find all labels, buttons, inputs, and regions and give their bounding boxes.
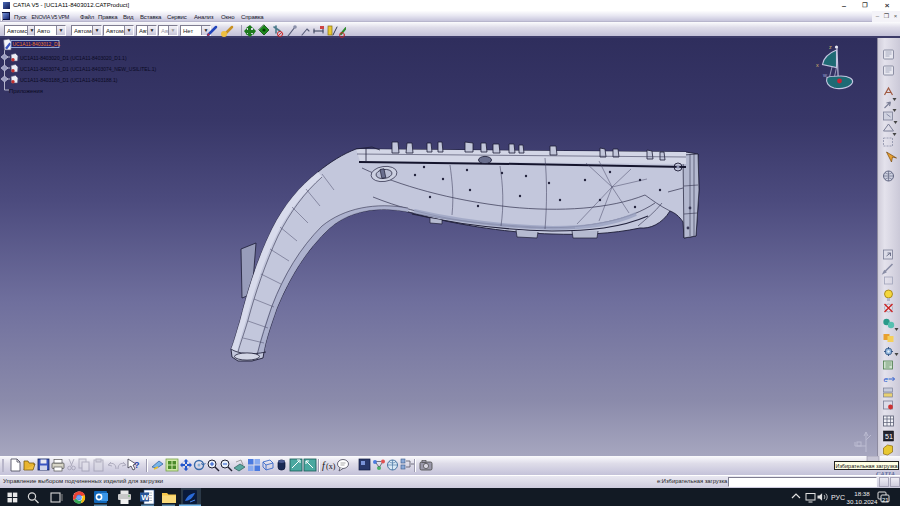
- svg-text:?: ?: [134, 460, 140, 470]
- svg-text:51: 51: [885, 433, 893, 440]
- svg-text:e: e: [884, 375, 889, 384]
- svg-text:W: W: [141, 493, 149, 502]
- svg-text:18:38: 18:38: [854, 490, 870, 497]
- svg-text:UC1A11-8403188_D1 (UC1A11-8403: UC1A11-8403188_D1 (UC1A11-8403188.1): [20, 77, 118, 83]
- svg-text:РУС: РУС: [831, 494, 845, 501]
- svg-text:Приложения: Приложения: [9, 88, 43, 94]
- svg-text:x: x: [816, 62, 819, 68]
- svg-text:21: 21: [882, 497, 889, 503]
- svg-text:(x): (x): [326, 462, 336, 471]
- svg-text:w: w: [822, 72, 827, 78]
- svg-text:UC1A11-8403020_D1 (UC1A11-8403: UC1A11-8403020_D1 (UC1A11-8403020_D1.1): [20, 55, 127, 61]
- svg-text:30.10.2024: 30.10.2024: [847, 498, 879, 505]
- svg-text:UC1A11-8403012_D1: UC1A11-8403012_D1: [13, 42, 61, 47]
- svg-text:z: z: [829, 44, 832, 50]
- svg-text:UC1A11-8403074_D1 (UC1A11-8403: UC1A11-8403074_D1 (UC1A11-8403074_NEW_US…: [20, 66, 157, 72]
